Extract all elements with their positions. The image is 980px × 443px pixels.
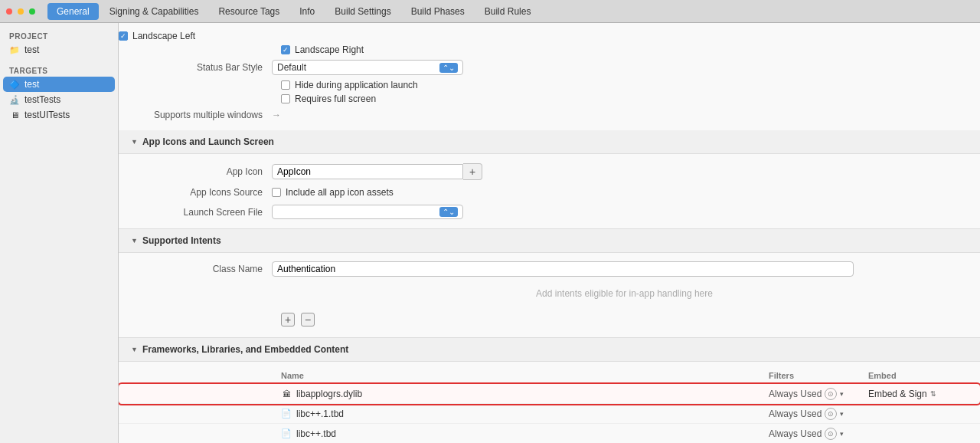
supports-multiple-value: → — [272, 110, 968, 120]
libapplogrs-filter-chevron: ▾ — [840, 390, 844, 398]
landscape-right-label: Landscape Right — [295, 44, 364, 55]
framework-row-libcpp1[interactable]: 📄 libc++.1.tbd Always Used ⊙ ▾ — [119, 404, 980, 424]
app-icons-chevron: ▼ — [131, 138, 138, 146]
app-window: General Signing & Capabilities Resource … — [0, 0, 980, 443]
status-bar-select-text: Default — [277, 62, 439, 73]
window-controls — [6, 8, 37, 15]
requires-full-checkbox[interactable] — [281, 94, 290, 103]
tab-general[interactable]: General — [47, 3, 99, 20]
sidebar-item-testTests[interactable]: 🔬 testTests — [0, 92, 118, 107]
libcpp1-name: libc++.1.tbd — [296, 409, 769, 419]
libapplogrs-filter-circle[interactable]: ⊙ — [825, 388, 837, 400]
minimize-window-control[interactable] — [18, 8, 24, 15]
target-testTests-icon: 🔬 — [9, 94, 20, 105]
hide-during-checkbox[interactable] — [281, 80, 290, 90]
app-icons-source-row: App Icons Source Include all app icon as… — [119, 183, 980, 202]
tab-info[interactable]: Info — [290, 3, 324, 20]
launch-screen-label: Launch Screen File — [119, 207, 272, 218]
libcpp-name: libc++.tbd — [296, 428, 769, 439]
framework-row-libapplogrs[interactable]: 🏛 libapplogrs.dylib Always Used ⊙ ▾ Embe… — [119, 384, 980, 404]
col-filters-header: Filters — [769, 371, 868, 380]
sidebar-item-testUITests[interactable]: 🖥 testUITests — [0, 107, 118, 123]
libapplogrs-filters-text: Always Used — [769, 389, 822, 399]
libcpp1-icon: 📄 — [281, 409, 292, 419]
libcpp1-filters: Always Used ⊙ ▾ — [769, 408, 868, 420]
maximize-window-control[interactable] — [29, 8, 35, 15]
main-layout: PROJECT 📁 test TARGETS 🔷 test 🔬 testTest… — [0, 23, 980, 443]
landscape-right-row: Landscape Right — [119, 43, 980, 57]
app-icon-plus-btn[interactable]: + — [463, 163, 482, 180]
add-intent-button[interactable]: + — [281, 313, 295, 327]
supported-intents-section: ▼ Supported Intents Class Name Add inten… — [119, 229, 980, 338]
supported-intents-header[interactable]: ▼ Supported Intents — [119, 229, 980, 253]
tab-resource-tags[interactable]: Resource Tags — [209, 3, 289, 20]
libcpp-icon: 📄 — [281, 428, 292, 439]
libcpp-filter-circle[interactable]: ⊙ — [825, 428, 837, 440]
intents-content: Class Name Add intents eligible for in-a… — [119, 253, 980, 337]
libcpp-filter-chevron: ▾ — [840, 430, 844, 438]
status-bar-label: Status Bar Style — [119, 62, 272, 73]
landscape-left-row: Landscape Left — [119, 29, 980, 43]
col-name-header: Name — [281, 371, 769, 380]
status-bar-select[interactable]: Default ⌃⌄ — [272, 60, 463, 75]
intents-placeholder-area: Add intents eligible for in-app handling… — [119, 279, 980, 308]
app-icons-source-label: App Icons Source — [119, 187, 272, 198]
hide-during-row: Hide during application launch — [119, 78, 980, 92]
app-icon-input[interactable] — [272, 164, 463, 179]
requires-full-row: Requires full screen — [119, 92, 980, 106]
app-icons-settings: App Icon + App Icons Source Include — [119, 154, 980, 228]
class-name-input[interactable] — [272, 261, 854, 277]
app-icon-row: App Icon + — [119, 160, 980, 183]
content-area: Landscape Left Landscape Right Status Ba… — [119, 23, 980, 443]
libcpp-filters-text: Always Used — [769, 428, 822, 439]
libcpp-filters: Always Used ⊙ ▾ — [769, 428, 868, 440]
tab-build-phases[interactable]: Build Phases — [402, 3, 474, 20]
requires-full-label: Requires full screen — [295, 94, 376, 104]
supports-multiple-arrow[interactable]: → — [272, 110, 281, 120]
app-icons-section-header[interactable]: ▼ App Icons and Launch Screen — [119, 130, 980, 154]
libapplogrs-embed: Embed & Sign ⇅ — [868, 389, 968, 399]
launch-screen-select[interactable]: ⌃⌄ — [272, 205, 463, 219]
libapplogrs-icon: 🏛 — [281, 389, 292, 399]
launch-screen-value: ⌃⌄ — [272, 205, 968, 219]
status-bar-select-arrow: ⌃⌄ — [439, 63, 458, 73]
landscape-left-checkbox[interactable] — [119, 31, 128, 41]
status-bar-row: Status Bar Style Default ⌃⌄ — [119, 57, 980, 78]
sidebar-item-test[interactable]: 🔷 test — [3, 77, 115, 92]
framework-row-libcpp[interactable]: 📄 libc++.tbd Always Used ⊙ ▾ — [119, 424, 980, 443]
app-icons-section-title: App Icons and Launch Screen — [142, 136, 274, 147]
app-icon-value: + — [272, 163, 968, 180]
frameworks-content: Name Filters Embed 🏛 libapplogrs.dylib A… — [119, 362, 980, 443]
close-window-control[interactable] — [6, 8, 12, 15]
sidebar-item-project-test[interactable]: 📁 test — [0, 42, 118, 57]
add-remove-row: + − — [119, 308, 980, 331]
tab-build-rules[interactable]: Build Rules — [475, 3, 541, 20]
supports-multiple-label: Supports multiple windows — [119, 110, 272, 120]
libapplogrs-filters: Always Used ⊙ ▾ — [769, 388, 868, 400]
libapplogrs-name: libapplogrs.dylib — [296, 389, 769, 399]
class-name-header: Class Name — [119, 264, 272, 274]
libapplogrs-embed-text: Embed & Sign — [868, 389, 927, 399]
target-test-icon: 🔷 — [9, 79, 20, 90]
app-icon-input-group: + — [272, 163, 482, 180]
libcpp1-filter-chevron: ▾ — [840, 410, 844, 418]
tab-build-settings[interactable]: Build Settings — [325, 3, 400, 20]
frameworks-table-header: Name Filters Embed — [119, 368, 980, 384]
target-test-label: test — [24, 79, 39, 90]
frameworks-section-header[interactable]: ▼ Frameworks, Libraries, and Embedded Co… — [119, 338, 980, 362]
target-testUITests-label: testUITests — [24, 110, 70, 120]
frameworks-section: ▼ Frameworks, Libraries, and Embedded Co… — [119, 338, 980, 443]
libapplogrs-embed-chevron[interactable]: ⇅ — [930, 390, 936, 398]
frameworks-section-title: Frameworks, Libraries, and Embedded Cont… — [142, 344, 348, 355]
sidebar: PROJECT 📁 test TARGETS 🔷 test 🔬 testTest… — [0, 23, 119, 443]
landscape-right-checkbox[interactable] — [281, 45, 290, 54]
remove-intent-button[interactable]: − — [301, 313, 315, 327]
tab-signing[interactable]: Signing & Capabilities — [100, 3, 208, 20]
project-icon: 📁 — [9, 44, 20, 55]
launch-screen-select-arrow: ⌃⌄ — [439, 207, 458, 217]
landscape-settings: Landscape Left Landscape Right Status Ba… — [119, 23, 980, 130]
status-bar-value: Default ⌃⌄ — [272, 60, 968, 75]
include-all-checkbox[interactable] — [272, 188, 281, 197]
col-embed-header: Embed — [868, 371, 968, 380]
libcpp1-filter-circle[interactable]: ⊙ — [825, 408, 837, 420]
